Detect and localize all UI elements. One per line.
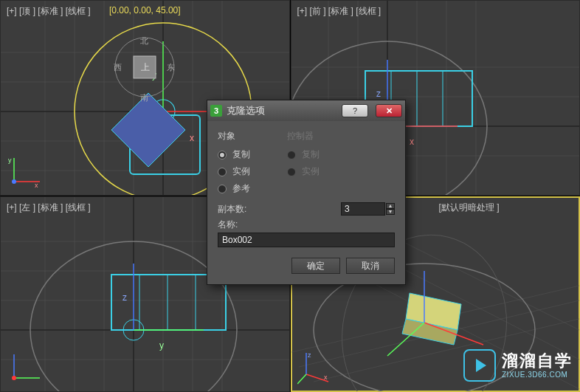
viewcube-south-label: 南 <box>140 93 148 102</box>
radio-controller-instance: 实例 <box>287 165 320 178</box>
svg-marker-21 <box>111 93 185 167</box>
svg-text:x: x <box>410 137 414 147</box>
spinner-up-icon[interactable]: ▲ <box>386 203 395 209</box>
viewport-left-label: [+] [左 ] [标准 ] [线框 ] <box>7 202 91 214</box>
controller-group: 控制器 复制 实例 <box>287 130 320 195</box>
name-input[interactable] <box>218 233 395 247</box>
radio-controller-copy: 复制 <box>287 148 320 161</box>
svg-text:x: x <box>35 182 38 189</box>
svg-text:y: y <box>159 340 164 351</box>
radio-icon <box>287 151 296 159</box>
axis-widget-persp: x z <box>297 348 334 385</box>
viewcube-top-label: 上 <box>141 62 150 72</box>
svg-text:x: x <box>324 374 328 381</box>
object-group-label: 对象 <box>218 130 250 142</box>
viewcube[interactable]: 上 北 南 东 西 <box>93 30 196 89</box>
radio-icon <box>287 168 296 176</box>
object-group: 对象 复制 实例 参考 <box>218 130 250 195</box>
viewport-front-label: [+] [前 ] [标准 ] [线框 ] <box>297 5 382 18</box>
watermark-line2: ZIXUE.3D66.COM <box>502 371 573 379</box>
name-label: 名称: <box>218 219 395 231</box>
radio-object-copy[interactable]: 复制 <box>218 148 250 161</box>
svg-line-95 <box>297 374 306 384</box>
axis-widget-top: x y <box>7 152 44 189</box>
viewport-top-label: [+] [顶 ] [标准 ] [线框 ] <box>7 5 91 18</box>
dialog-title-text: 克隆选项 <box>227 104 334 117</box>
dialog-help-button[interactable]: ? <box>342 104 368 117</box>
svg-text:z: z <box>122 292 127 303</box>
radio-icon <box>218 151 227 159</box>
dialog-close-button[interactable]: ✕ <box>376 104 402 117</box>
spinner-down-icon[interactable]: ▼ <box>386 209 395 215</box>
viewcube-west-label: 西 <box>114 63 122 72</box>
radio-object-reference[interactable]: 参考 <box>218 182 250 195</box>
svg-point-24 <box>12 179 16 184</box>
radio-icon <box>218 185 227 193</box>
svg-text:z: z <box>308 351 311 359</box>
watermark-line1: 溜溜自学 <box>502 352 573 370</box>
dialog-titlebar[interactable]: 3 克隆选项 ? ✕ <box>207 100 405 121</box>
copies-input[interactable] <box>341 202 385 216</box>
dialog-body: 对象 复制 实例 参考 控制器 复制 <box>207 121 405 284</box>
svg-text:y: y <box>8 157 12 164</box>
viewcube-east-label: 东 <box>167 63 175 72</box>
cancel-button[interactable]: 取消 <box>346 258 395 274</box>
viewport-persp-label: [默认明暗处理 ] <box>439 202 500 214</box>
copies-label: 副本数: <box>218 203 246 216</box>
play-icon <box>463 349 496 382</box>
clone-options-dialog: 3 克隆选项 ? ✕ 对象 复制 实例 参考 <box>207 100 406 285</box>
svg-text:x: x <box>190 133 194 143</box>
controller-group-label: 控制器 <box>287 130 320 142</box>
watermark-logo: 溜溜自学 ZIXUE.3D66.COM <box>463 349 573 382</box>
axis-widget-left <box>7 348 44 385</box>
svg-point-80 <box>12 376 16 380</box>
viewport-top-coords: [0.00, 0.00, 45.00] <box>109 5 181 16</box>
app-icon: 3 <box>210 105 222 117</box>
svg-text:z: z <box>376 89 381 99</box>
ok-button[interactable]: 确定 <box>291 258 340 274</box>
viewcube-north-label: 北 <box>140 36 148 45</box>
radio-icon <box>218 168 227 176</box>
radio-object-instance[interactable]: 实例 <box>218 165 250 178</box>
copies-spinner[interactable]: ▲ ▼ <box>341 202 395 216</box>
